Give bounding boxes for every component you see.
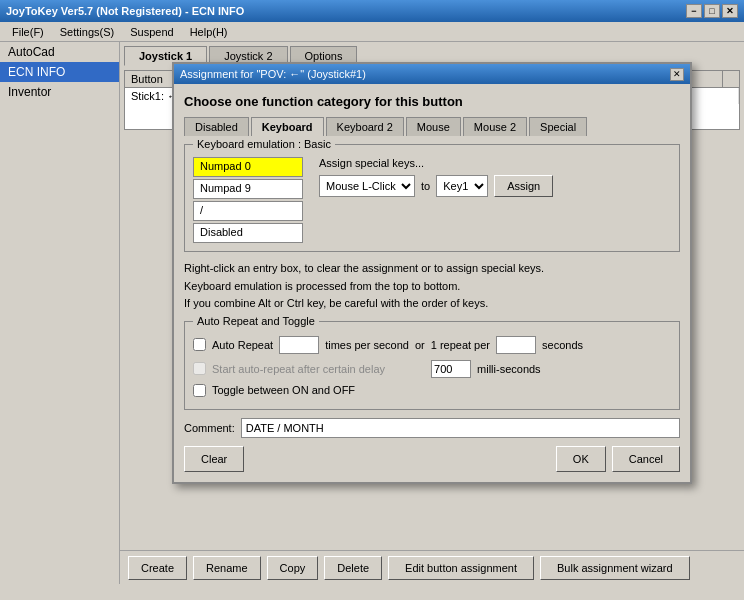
create-button[interactable]: Create — [128, 556, 187, 580]
key-item-numpad9[interactable]: Numpad 9 — [193, 179, 303, 199]
assign-to-label: to — [421, 180, 430, 192]
auto-repeat-label: Auto Repeat — [212, 339, 273, 351]
comment-label: Comment: — [184, 422, 235, 434]
maximize-button[interactable]: □ — [704, 4, 720, 18]
key-item-disabled[interactable]: Disabled — [193, 223, 303, 243]
delay-checkbox[interactable] — [193, 362, 206, 375]
keyboard-section: Keyboard emulation : Basic Numpad 0 Nump… — [184, 144, 680, 252]
assign-button[interactable]: Assign — [494, 175, 553, 197]
auto-section-label: Auto Repeat and Toggle — [193, 315, 319, 327]
delay-label: Start auto-repeat after certain delay — [212, 363, 385, 375]
modal-title: Assignment for "POV: ←" (Joystick#1) — [180, 68, 366, 80]
main-area: Joystick 1 Joystick 2 Options Button Fun… — [120, 42, 744, 584]
close-button[interactable]: ✕ — [722, 4, 738, 18]
sidebar: AutoCad ECN INFO Inventor — [0, 42, 120, 584]
auto-repeat-section: Auto Repeat and Toggle Auto Repeat times… — [184, 321, 680, 410]
modal-heading: Choose one function category for this bu… — [184, 94, 680, 109]
seconds-label: seconds — [542, 339, 583, 351]
modal-tab-mouse[interactable]: Mouse — [406, 117, 461, 136]
repeat-label: 1 repeat per — [431, 339, 490, 351]
bulk-button[interactable]: Bulk assignment wizard — [540, 556, 690, 580]
window-title: JoyToKey Ver5.7 (Not Registered) - ECN I… — [6, 5, 244, 17]
repeat-per-input[interactable] — [496, 336, 536, 354]
title-bar: JoyToKey Ver5.7 (Not Registered) - ECN I… — [0, 0, 744, 22]
times-per-second-label: times per second — [325, 339, 409, 351]
rename-button[interactable]: Rename — [193, 556, 261, 580]
modal-title-bar: Assignment for "POV: ←" (Joystick#1) ✕ — [174, 64, 690, 84]
cancel-button[interactable]: Cancel — [612, 446, 680, 472]
comment-row: Comment: — [184, 418, 680, 438]
clear-button[interactable]: Clear — [184, 446, 244, 472]
menu-bar: File(F) Settings(S) Suspend Help(H) — [0, 22, 744, 42]
info-text: Right-click an entry box, to clear the a… — [184, 260, 680, 313]
assign-area: Assign special keys... Mouse L-Click to … — [319, 157, 671, 243]
info-line-1: Right-click an entry box, to clear the a… — [184, 260, 680, 278]
key-item-slash[interactable]: / — [193, 201, 303, 221]
bottom-toolbar: Create Rename Copy Delete Edit button as… — [120, 550, 744, 584]
auto-repeat-row: Auto Repeat times per second or 1 repeat… — [193, 336, 671, 354]
modal-tab-mouse2[interactable]: Mouse 2 — [463, 117, 527, 136]
or-label: or — [415, 339, 425, 351]
modal-body: Choose one function category for this bu… — [174, 84, 690, 482]
toggle-label: Toggle between ON and OFF — [212, 384, 355, 396]
assign-from-select[interactable]: Mouse L-Click — [319, 175, 415, 197]
copy-button[interactable]: Copy — [267, 556, 319, 580]
comment-input[interactable] — [241, 418, 680, 438]
menu-file[interactable]: File(F) — [4, 24, 52, 40]
keyboard-section-label: Keyboard emulation : Basic — [193, 138, 335, 150]
menu-suspend[interactable]: Suspend — [122, 24, 181, 40]
toggle-row: Toggle between ON and OFF — [193, 384, 671, 397]
modal-close-button[interactable]: ✕ — [670, 68, 684, 81]
assign-row: Mouse L-Click to Key1 Assign — [319, 175, 671, 197]
milli-label: milli-seconds — [477, 363, 541, 375]
ok-button[interactable]: OK — [556, 446, 606, 472]
info-line-2: Keyboard emulation is processed from the… — [184, 278, 680, 296]
key-item-numpad0[interactable]: Numpad 0 — [193, 157, 303, 177]
times-per-second-input[interactable] — [279, 336, 319, 354]
ok-cancel-group: OK Cancel — [556, 446, 680, 472]
modal-tabs: Disabled Keyboard Keyboard 2 Mouse Mouse… — [184, 117, 680, 136]
assign-to-select[interactable]: Key1 — [436, 175, 488, 197]
minimize-button[interactable]: − — [686, 4, 702, 18]
edit-button[interactable]: Edit button assignment — [388, 556, 534, 580]
menu-settings[interactable]: Settings(S) — [52, 24, 122, 40]
main-layout: AutoCad ECN INFO Inventor Joystick 1 Joy… — [0, 42, 744, 584]
toggle-checkbox[interactable] — [193, 384, 206, 397]
assignment-modal: Assignment for "POV: ←" (Joystick#1) ✕ C… — [172, 62, 692, 484]
modal-tab-keyboard2[interactable]: Keyboard 2 — [326, 117, 404, 136]
modal-tab-disabled[interactable]: Disabled — [184, 117, 249, 136]
keyboard-content: Numpad 0 Numpad 9 / Disabled Assign spec… — [193, 157, 671, 243]
menu-help[interactable]: Help(H) — [182, 24, 236, 40]
assign-special-label: Assign special keys... — [319, 157, 671, 169]
modal-tab-special[interactable]: Special — [529, 117, 587, 136]
key-list: Numpad 0 Numpad 9 / Disabled — [193, 157, 303, 243]
info-line-3: If you combine Alt or Ctrl key, be caref… — [184, 295, 680, 313]
modal-overlay: Assignment for "POV: ←" (Joystick#1) ✕ C… — [120, 42, 744, 584]
milli-input[interactable]: 700 — [431, 360, 471, 378]
delay-row: Start auto-repeat after certain delay 70… — [193, 360, 671, 378]
auto-repeat-checkbox[interactable] — [193, 338, 206, 351]
sidebar-item-ecninfo[interactable]: ECN INFO — [0, 62, 119, 82]
modal-bottom-buttons: Clear OK Cancel — [184, 446, 680, 472]
sidebar-item-inventor[interactable]: Inventor — [0, 82, 119, 102]
window-controls: − □ ✕ — [686, 4, 738, 18]
delete-button[interactable]: Delete — [324, 556, 382, 580]
modal-tab-keyboard[interactable]: Keyboard — [251, 117, 324, 136]
sidebar-item-autocad[interactable]: AutoCad — [0, 42, 119, 62]
